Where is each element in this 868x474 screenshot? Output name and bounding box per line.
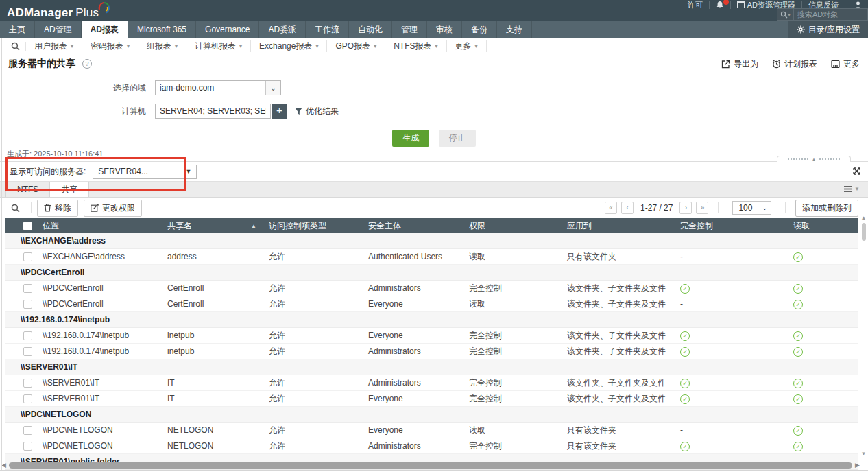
result-tab-share[interactable]: 共享 (50, 182, 89, 197)
not-granted-dash: - (680, 299, 683, 309)
export-as-button[interactable]: 导出为 (721, 58, 758, 70)
list-icon (843, 185, 853, 193)
change-permissions-button[interactable]: 更改权限 (84, 200, 142, 217)
row-checkbox[interactable] (23, 347, 32, 356)
scroll-up-icon[interactable]: ▲ (861, 215, 867, 221)
row-checkbox[interactable] (23, 300, 32, 309)
domain-select[interactable]: iam-demo.com ⌄ (155, 80, 281, 95)
report-nav-gpo-reports[interactable]: GPO报表▾ (327, 40, 385, 52)
result-tab-ntfs[interactable]: NTFS (5, 182, 50, 197)
table-row: \\192.168.0.174\inetpubinetpub允许Administ… (5, 344, 858, 359)
row-checkbox[interactable] (23, 284, 32, 293)
row-checkbox[interactable] (23, 379, 32, 388)
page-size-select[interactable]: 100 ⌄ (732, 201, 771, 215)
row-checkbox[interactable] (23, 331, 32, 340)
report-nav-user-reports[interactable]: 用户报表▾ (26, 40, 82, 52)
report-nav-exchange-reports[interactable]: Exchange报表▾ (251, 40, 327, 52)
row-checkbox[interactable] (23, 426, 32, 435)
nav-tab-backup[interactable]: 备份 (462, 21, 497, 38)
column-header-6[interactable]: 应用到 (562, 220, 675, 232)
row-checkbox-cell (5, 442, 37, 451)
handle-dots (819, 158, 840, 160)
toolbar-divider (785, 202, 786, 213)
stop-button[interactable]: 停止 (439, 130, 476, 147)
report-nav-password-reports[interactable]: 密码报表▾ (82, 40, 138, 52)
scroll-right-icon[interactable]: ▶ (855, 462, 860, 469)
select-all-checkbox[interactable] (23, 222, 32, 230)
nav-tab-ad-management[interactable]: AD管理 (35, 21, 82, 38)
cell-perm: 完全控制 (463, 377, 562, 389)
logo-text-light: Plus (75, 6, 99, 20)
row-checkbox[interactable] (23, 442, 32, 451)
more-actions-button[interactable]: 更多 (831, 58, 860, 70)
report-search-button[interactable] (5, 42, 26, 51)
next-page-button[interactable]: › (679, 202, 692, 214)
schedule-report-button[interactable]: 计划报表 (772, 58, 817, 70)
add-remove-columns-button[interactable]: 添加或删除列 (795, 200, 858, 217)
nav-tab-support[interactable]: 支持 (497, 21, 532, 38)
column-header-3[interactable]: 访问控制项类型 (263, 220, 363, 232)
cell-ace: 允许 (263, 393, 363, 405)
feedback-link[interactable]: 信息反馈 (802, 1, 845, 9)
remove-button[interactable]: 移除 (37, 200, 78, 217)
report-criteria-form: 选择的域 iam-demo.com ⌄ 计算机 + 优化结果 生成 停止 生成于… (0, 73, 868, 162)
nav-tab-home[interactable]: 主页 (0, 21, 35, 38)
first-page-button[interactable]: « (605, 202, 617, 214)
horizontal-scroll-thumb[interactable] (9, 462, 852, 469)
add-computers-button[interactable]: + (272, 104, 287, 119)
generate-button[interactable]: 生成 (392, 130, 429, 147)
view-options-button[interactable]: ▼ (843, 185, 860, 193)
nav-tab-ad-delegation[interactable]: AD委派 (259, 21, 306, 38)
cell-location: \\PDC\CertEnroll (37, 283, 162, 293)
row-checkbox-cell (5, 379, 37, 388)
column-header-7[interactable]: 完全控制 (675, 220, 788, 232)
collapse-panel-handle[interactable]: ▲ (777, 156, 851, 162)
cell-location: \\PDC\NETLOGON (37, 425, 162, 435)
vertical-scroll-thumb[interactable] (862, 223, 866, 241)
server-select[interactable]: SERVER04... ▼ (93, 165, 197, 179)
nav-tab-ad-reports[interactable]: AD报表 (82, 21, 128, 38)
ad-explorer-link[interactable]: AD资源管理器 (731, 1, 802, 9)
domain-label: 选择的域 (0, 82, 146, 94)
nav-tab-workflow[interactable]: 工作流 (306, 21, 349, 38)
last-page-button[interactable]: » (696, 202, 708, 214)
help-icon[interactable]: ? (82, 59, 92, 69)
report-nav-more-reports[interactable]: 更多▾ (447, 40, 487, 52)
computers-input[interactable] (156, 104, 270, 118)
row-checkbox[interactable] (23, 252, 32, 261)
column-header-2[interactable]: 共享名▲ (162, 220, 263, 232)
search-input[interactable] (794, 10, 857, 19)
cell-ace: 允许 (263, 377, 363, 389)
report-nav-ntfs-reports[interactable]: NTFS报表▾ (385, 40, 446, 52)
report-nav-group-reports[interactable]: 组报表▾ (138, 40, 186, 52)
license-link[interactable]: 许可 (682, 1, 710, 9)
horizontal-scrollbar[interactable]: ◀ ▶ (1, 461, 860, 469)
table-row: \\EXCHANGE\addressaddress允许Authenticated… (5, 249, 858, 265)
granted-check-icon: ✓ (793, 442, 803, 451)
column-header-1[interactable]: 位置 (37, 220, 162, 232)
nav-tab-microsoft-365[interactable]: Microsoft 365 (128, 21, 196, 38)
expand-fullscreen-icon[interactable] (852, 167, 861, 178)
column-header-8[interactable]: 读取 (788, 220, 858, 232)
notifications-button[interactable] (710, 1, 731, 9)
table-search-button[interactable] (5, 204, 25, 213)
nav-tab-management[interactable]: 管理 (392, 21, 427, 38)
vertical-scrollbar[interactable]: ▲ ▼ (860, 215, 867, 457)
nav-tab-automation[interactable]: 自动化 (349, 21, 392, 38)
scroll-left-icon[interactable]: ◀ (1, 462, 6, 469)
search-scope-button[interactable]: ▾ (777, 9, 794, 20)
cell-share: address (162, 252, 263, 261)
directory-app-settings-button[interactable]: 目录/应用设置 (788, 21, 868, 38)
report-nav-computer-reports[interactable]: 计算机报表▾ (186, 40, 251, 52)
row-checkbox[interactable] (23, 394, 32, 403)
cell-read: ✓ (788, 283, 858, 294)
nav-tab-audit[interactable]: 审核 (427, 21, 462, 38)
column-header-5[interactable]: 权限 (463, 220, 562, 232)
column-header-4[interactable]: 安全主体 (363, 220, 463, 232)
page-title: 服务器中的共享 (8, 58, 75, 70)
prev-page-button[interactable]: ‹ (621, 202, 634, 214)
scroll-down-icon[interactable]: ▼ (861, 451, 867, 457)
nav-tab-governance[interactable]: Governance (196, 21, 259, 38)
refine-results-link[interactable]: 优化结果 (295, 106, 339, 117)
cell-apply: 只有该文件夹 (562, 440, 675, 452)
